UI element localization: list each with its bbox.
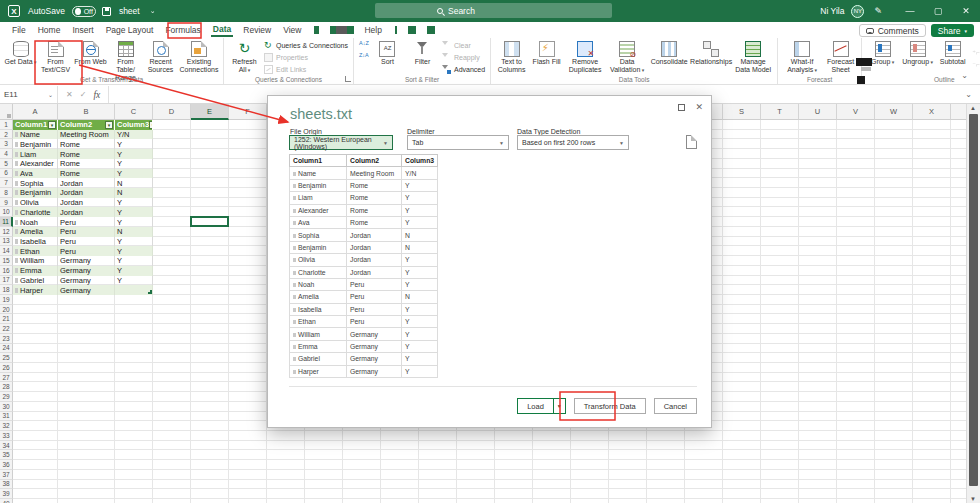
ribbon-refresh-all[interactable]: Refresh All ▾ xyxy=(228,39,261,74)
cell-C10[interactable]: Y xyxy=(115,207,153,217)
cell-B13[interactable]: Peru xyxy=(58,237,115,247)
row-header-36[interactable]: 36 xyxy=(0,460,13,470)
column-header-Y[interactable]: Y xyxy=(951,104,966,120)
cell-B14[interactable]: Peru xyxy=(58,246,115,256)
row-header-12[interactable]: 12 xyxy=(0,227,13,237)
row-header-10[interactable]: 10 xyxy=(0,207,13,217)
expand-formula-bar-chevron-icon[interactable]: ⌄ xyxy=(965,90,972,99)
ribbon-hide-detail[interactable]: Hide Detail xyxy=(972,52,980,63)
row-header-2[interactable]: 2 xyxy=(0,130,13,140)
row-header-7[interactable]: 7 xyxy=(0,178,13,188)
row-header-38[interactable]: 38 xyxy=(0,480,13,490)
row-header-30[interactable]: 30 xyxy=(0,402,13,412)
row-header-8[interactable]: 8 xyxy=(0,188,13,198)
column-header-E[interactable]: E xyxy=(191,104,229,120)
ribbon-queries-connections[interactable]: Queries & Connections xyxy=(264,40,348,51)
row-header-31[interactable]: 31 xyxy=(0,412,13,422)
ribbon-flash-fill[interactable]: Flash Fill xyxy=(530,39,563,66)
cell-C16[interactable]: Y xyxy=(115,266,153,276)
row-header-9[interactable]: 9 xyxy=(0,198,13,208)
cell-B3[interactable]: Rome xyxy=(58,139,115,149)
cell-A18[interactable]: Harper xyxy=(13,285,58,295)
cell-B8[interactable]: Jordan xyxy=(58,188,115,198)
row-header-22[interactable]: 22 xyxy=(0,324,13,334)
load-button[interactable]: Load xyxy=(517,398,554,414)
ribbon-clear[interactable]: Clear xyxy=(442,40,485,51)
insert-function-icon[interactable]: fx xyxy=(93,90,100,100)
column-header-A[interactable]: A xyxy=(13,104,58,120)
column-header-T[interactable]: T xyxy=(761,104,799,120)
cell-B15[interactable]: Germany xyxy=(58,256,115,266)
avatar[interactable]: NY xyxy=(851,5,864,18)
row-header-5[interactable]: 5 xyxy=(0,159,13,169)
row-header-16[interactable]: 16 xyxy=(0,266,13,276)
ribbon-show-detail[interactable]: Show Detail xyxy=(972,40,980,51)
ribbon-from-text-csv[interactable]: From Text/CSV xyxy=(39,39,72,74)
cell-A14[interactable]: Ethan xyxy=(13,246,58,256)
cell-B9[interactable]: Jordan xyxy=(58,198,115,208)
row-header-14[interactable]: 14 xyxy=(0,246,13,256)
ribbon-sortaz[interactable] xyxy=(359,40,368,51)
cell-A9[interactable]: Olivia xyxy=(13,198,58,208)
column-header-C[interactable]: C xyxy=(115,104,153,120)
menu-tab-file[interactable]: File xyxy=(10,24,28,36)
minimize-button[interactable]: — xyxy=(896,6,924,16)
ribbon-data-validation[interactable]: Data Validation ▾ xyxy=(607,39,647,74)
cell-A13[interactable]: Isabella xyxy=(13,237,58,247)
cell-A16[interactable]: Emma xyxy=(13,266,58,276)
cancel-button[interactable]: Cancel xyxy=(654,398,697,414)
ribbon-advanced[interactable]: Advanced xyxy=(442,64,485,75)
pencil-icon[interactable]: ✎ xyxy=(874,6,882,16)
maximize-button[interactable]: ▢ xyxy=(924,6,952,16)
row-header-34[interactable]: 34 xyxy=(0,441,13,451)
cell-B16[interactable]: Germany xyxy=(58,266,115,276)
row-header-32[interactable]: 32 xyxy=(0,421,13,431)
row-header-39[interactable]: 39 xyxy=(0,489,13,499)
menu-tab-formulas[interactable]: Formulas xyxy=(163,24,202,36)
menu-tab-review[interactable]: Review xyxy=(241,24,273,36)
row-header-28[interactable]: 28 xyxy=(0,382,13,392)
cell-C6[interactable]: Y xyxy=(115,169,153,179)
cell-B17[interactable]: Germany xyxy=(58,276,115,286)
cancel-entry-icon[interactable]: ✕ xyxy=(66,90,73,99)
cell-B4[interactable]: Rome xyxy=(58,149,115,159)
ribbon-get-data[interactable]: Get Data ▾ xyxy=(4,39,37,66)
row-header-21[interactable]: 21 xyxy=(0,314,13,324)
ribbon-sortza[interactable] xyxy=(359,52,368,63)
menu-tab-data[interactable]: Data xyxy=(211,23,233,37)
cell-C9[interactable]: Y xyxy=(115,198,153,208)
vertical-scrollbar[interactable]: ▲ ▼ xyxy=(966,104,980,503)
ribbon-existing-connections[interactable]: Existing Connections xyxy=(179,39,219,74)
cell-B5[interactable]: Rome xyxy=(58,159,115,169)
cell-B18[interactable]: Germany xyxy=(58,285,115,295)
cell-B11[interactable]: Peru xyxy=(58,217,115,227)
save-icon[interactable] xyxy=(102,7,111,16)
data-type-detection-select[interactable]: Based on first 200 rows▼ xyxy=(517,135,629,150)
cell-C7[interactable]: N xyxy=(115,178,153,188)
column-header-B[interactable]: B xyxy=(58,104,115,120)
row-header-40[interactable]: 40 xyxy=(0,499,13,503)
cell-A10[interactable]: Charlotte xyxy=(13,207,58,217)
cell-B6[interactable]: Rome xyxy=(58,169,115,179)
ribbon-from-web[interactable]: From Web xyxy=(74,39,107,66)
ribbon-ungroup[interactable]: Ungroup ▾ xyxy=(901,39,934,66)
load-dropdown-button[interactable]: ▼ xyxy=(553,398,566,414)
cell-A5[interactable]: Alexander xyxy=(13,159,58,169)
row-header-13[interactable]: 13 xyxy=(0,237,13,247)
cell-A2[interactable]: Name xyxy=(13,130,58,140)
row-header-23[interactable]: 23 xyxy=(0,334,13,344)
row-header-18[interactable]: 18 xyxy=(0,285,13,295)
column-header-W[interactable]: W xyxy=(875,104,913,120)
scroll-down-icon[interactable]: ▼ xyxy=(970,496,976,502)
row-header-3[interactable]: 3 xyxy=(0,139,13,149)
file-origin-select[interactable]: 1252: Western European (Windows)▼ xyxy=(289,135,393,150)
row-header-17[interactable]: 17 xyxy=(0,276,13,286)
collapse-ribbon-chevron-icon[interactable]: ⌄ xyxy=(961,71,968,80)
enter-entry-icon[interactable]: ✓ xyxy=(80,90,87,99)
cell-A15[interactable]: William xyxy=(13,256,58,266)
scrollbar-thumb[interactable] xyxy=(969,114,978,486)
close-button[interactable]: ✕ xyxy=(952,6,980,16)
cell-C17[interactable]: Y xyxy=(115,276,153,286)
menu-tab-home[interactable]: Home xyxy=(36,24,63,36)
name-box[interactable]: E11 ⌄ xyxy=(0,86,58,103)
